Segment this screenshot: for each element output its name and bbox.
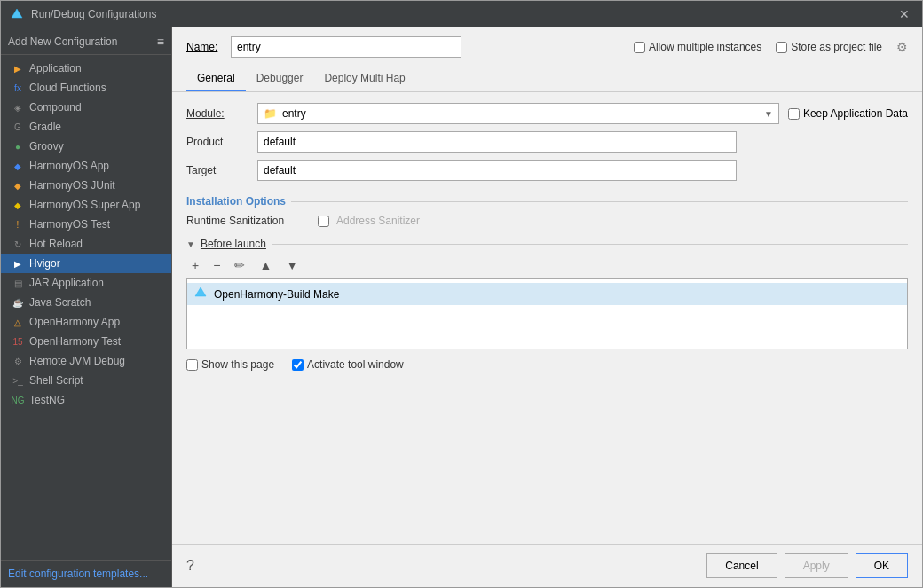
installation-options-divider: Installation Options xyxy=(186,195,908,208)
apply-button[interactable]: Apply xyxy=(785,553,848,578)
bl-remove-button[interactable]: − xyxy=(208,255,225,275)
cancel-button[interactable]: Cancel xyxy=(706,553,777,578)
sidebar-item-harmonyos-junit[interactable]: ◆HarmonyOS JUnit xyxy=(1,176,171,195)
module-dropdown[interactable]: 📁 entry ▼ xyxy=(257,103,779,124)
bl-add-button[interactable]: + xyxy=(186,255,204,275)
sidebar-item-icon-shell-script: >_ xyxy=(12,374,24,387)
tab-general[interactable]: General xyxy=(186,67,246,91)
name-label: Name: xyxy=(186,41,222,53)
sidebar-item-icon-testng: NG xyxy=(12,394,24,406)
address-sanitizer-checkbox[interactable] xyxy=(318,216,329,227)
title-bar: Run/Debug Configurations ✕ xyxy=(1,1,922,27)
store-as-project-checkbox[interactable] xyxy=(776,42,787,53)
before-launch-toolbar: + − ✏ ▲ ▼ xyxy=(186,255,908,275)
runtime-sanitization-label: Runtime Sanitization xyxy=(186,215,311,227)
bl-item[interactable]: OpenHarmony-Build Make xyxy=(187,283,907,305)
help-icon[interactable]: ? xyxy=(186,558,194,574)
sidebar-item-hot-reload[interactable]: ↻Hot Reload xyxy=(1,234,171,254)
target-input[interactable] xyxy=(257,160,737,181)
content-area: Module: 📁 entry ▼ Keep Application Data xyxy=(172,92,922,544)
keep-app-data: Keep Application Data xyxy=(788,107,908,120)
sidebar: Add New Configuration ≡ ▶ApplicationfxCl… xyxy=(1,27,172,587)
sidebar-item-openharmony-app[interactable]: △OpenHarmony App xyxy=(1,312,171,332)
keep-app-data-label: Keep Application Data xyxy=(803,107,908,120)
dropdown-arrow-icon: ▼ xyxy=(764,109,773,119)
sidebar-item-icon-cloud-functions: fx xyxy=(12,82,24,94)
sidebar-item-harmonyos-super-app[interactable]: ◆HarmonyOS Super App xyxy=(1,195,171,215)
sidebar-item-testng[interactable]: NGTestNG xyxy=(1,390,171,410)
sidebar-menu-icon[interactable]: ≡ xyxy=(157,35,164,49)
close-button[interactable]: ✕ xyxy=(895,7,913,21)
module-select-row: 📁 entry ▼ Keep Application Data xyxy=(257,103,908,124)
sidebar-item-icon-hvigor: ▶ xyxy=(12,257,24,270)
sidebar-item-icon-java-scratch: ☕ xyxy=(12,296,24,309)
product-row: Product xyxy=(186,131,908,153)
edit-templates-link[interactable]: Edit configuration templates... xyxy=(8,568,148,580)
sidebar-item-icon-remote-jvm-debug: ⚙ xyxy=(12,355,24,367)
before-launch-header: ▼ Before launch xyxy=(186,238,908,250)
sidebar-item-label-application: Application xyxy=(29,62,82,74)
title-bar-left: Run/Debug Configurations xyxy=(10,7,156,21)
bl-edit-button[interactable]: ✏ xyxy=(229,255,250,275)
main-content: Add New Configuration ≡ ▶ApplicationfxCl… xyxy=(1,27,922,587)
sidebar-item-label-java-scratch: Java Scratch xyxy=(29,296,91,309)
svg-marker-0 xyxy=(12,9,22,18)
sidebar-item-java-scratch[interactable]: ☕Java Scratch xyxy=(1,293,171,312)
tab-debugger[interactable]: Debugger xyxy=(246,67,314,91)
allow-multiple-label[interactable]: Allow multiple instances xyxy=(634,41,761,53)
sidebar-item-label-harmonyos-test: HarmonyOS Test xyxy=(29,218,110,231)
sidebar-item-harmonyos-app[interactable]: ◆HarmonyOS App xyxy=(1,156,171,176)
sidebar-item-icon-harmonyos-app: ◆ xyxy=(12,160,24,172)
name-input[interactable] xyxy=(231,36,462,58)
sidebar-item-remote-jvm-debug[interactable]: ⚙Remote JVM Debug xyxy=(1,351,171,371)
before-launch-title: Before launch xyxy=(201,238,266,250)
sidebar-item-icon-jar-application: ▤ xyxy=(12,277,24,289)
sidebar-item-gradle[interactable]: GGradle xyxy=(1,117,171,137)
keep-app-data-checkbox[interactable] xyxy=(788,108,800,120)
sidebar-item-jar-application[interactable]: ▤JAR Application xyxy=(1,273,171,293)
sidebar-item-label-cloud-functions: Cloud Functions xyxy=(29,82,106,94)
collapse-icon[interactable]: ▼ xyxy=(186,239,195,249)
sidebar-item-application[interactable]: ▶Application xyxy=(1,59,171,78)
sidebar-item-icon-harmonyos-test: ! xyxy=(12,218,24,231)
module-select-inner: 📁 entry xyxy=(264,107,306,120)
address-sanitizer-label: Address Sanitizer xyxy=(336,215,420,227)
sidebar-item-cloud-functions[interactable]: fxCloud Functions xyxy=(1,78,171,98)
sidebar-item-openharmony-test[interactable]: 15OpenHarmony Test xyxy=(1,332,171,351)
before-launch-section: ▼ Before launch + − ✏ ▲ ▼ xyxy=(186,238,908,349)
product-input[interactable] xyxy=(257,131,737,153)
sidebar-item-label-harmonyos-junit: HarmonyOS JUnit xyxy=(29,179,115,192)
show-this-page-label[interactable]: Show this page xyxy=(186,358,274,371)
sidebar-list: ▶ApplicationfxCloud Functions◈CompoundGG… xyxy=(1,55,171,560)
bl-down-button[interactable]: ▼ xyxy=(280,255,304,275)
sidebar-item-label-shell-script: Shell Script xyxy=(29,374,83,387)
sidebar-item-label-hot-reload: Hot Reload xyxy=(29,238,83,250)
bl-item-label: OpenHarmony-Build Make xyxy=(214,288,339,301)
sidebar-item-label-openharmony-test: OpenHarmony Test xyxy=(29,335,121,348)
show-this-page-checkbox[interactable] xyxy=(186,359,198,371)
target-label: Target xyxy=(186,164,257,176)
sidebar-item-compound[interactable]: ◈Compound xyxy=(1,98,171,117)
sidebar-header: Add New Configuration ≡ xyxy=(1,27,171,55)
sidebar-footer: Edit configuration templates... xyxy=(1,560,171,587)
sidebar-item-groovy[interactable]: ●Groovy xyxy=(1,137,171,156)
ok-button[interactable]: OK xyxy=(856,553,908,578)
sidebar-item-shell-script[interactable]: >_Shell Script xyxy=(1,371,171,390)
svg-marker-1 xyxy=(195,287,206,296)
tab-deploy-multi-hap[interactable]: Deploy Multi Hap xyxy=(313,67,415,91)
dialog-footer: ? Cancel Apply OK xyxy=(172,544,922,587)
sidebar-item-harmonyos-test[interactable]: !HarmonyOS Test xyxy=(1,215,171,234)
sidebar-item-hvigor[interactable]: ▶Hvigor xyxy=(1,254,171,273)
module-value: entry xyxy=(282,107,306,120)
gear-icon[interactable]: ⚙ xyxy=(896,40,908,54)
store-as-project-label[interactable]: Store as project file xyxy=(776,41,882,53)
target-row: Target xyxy=(186,160,908,181)
run-debug-configurations-dialog: Run/Debug Configurations ✕ Add New Confi… xyxy=(0,0,923,588)
allow-multiple-checkbox[interactable] xyxy=(634,42,645,53)
tabs-row: GeneralDebuggerDeploy Multi Hap xyxy=(172,67,922,92)
sidebar-item-label-jar-application: JAR Application xyxy=(29,277,104,289)
activate-tool-window-checkbox[interactable] xyxy=(292,359,304,371)
activate-tool-window-label[interactable]: Activate tool window xyxy=(292,358,404,371)
bl-up-button[interactable]: ▲ xyxy=(254,255,277,275)
sidebar-item-label-openharmony-app: OpenHarmony App xyxy=(29,316,120,328)
